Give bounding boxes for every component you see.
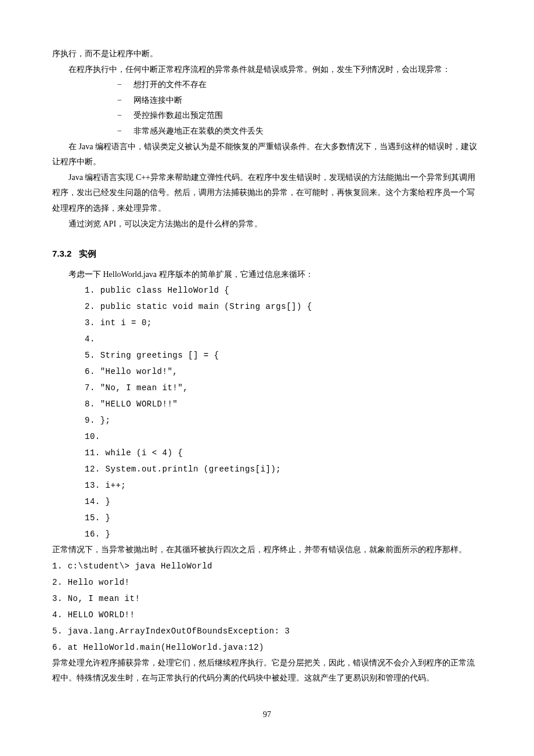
code-line: 10. xyxy=(52,429,482,445)
code-line: 5. java.lang.ArrayIndexOutOfBoundsExcept… xyxy=(52,623,482,639)
bullet-item: −网络连接中断 xyxy=(52,93,482,109)
bullet-item: −想打开的文件不存在 xyxy=(52,77,482,93)
bullet-text: 非常感兴趣地正在装载的类文件丢失 xyxy=(134,127,264,135)
section-title: 实例 xyxy=(79,249,96,258)
dash-icon: − xyxy=(117,77,134,93)
bullet-text: 受控操作数超出预定范围 xyxy=(134,111,223,120)
code-line: 1. c:\student\> java HelloWorld xyxy=(52,558,482,574)
code-line: 13. i++; xyxy=(52,477,482,494)
code-line: 4. HELLO WORLD!! xyxy=(52,607,482,623)
code-line: 2. Hello world! xyxy=(52,574,482,591)
code-line: 14. } xyxy=(52,494,482,510)
code-block-output: 1. c:\student\> java HelloWorld 2. Hello… xyxy=(52,558,482,656)
code-line: 15. } xyxy=(52,510,482,526)
paragraph-normal-case: 正常情况下，当异常被抛出时，在其循环被执行四次之后，程序终止，并带有错误信息，就… xyxy=(52,542,482,558)
paragraph-exception-handling: 异常处理允许程序捕获异常，处理它们，然后继续程序执行。它是分层把关，因此，错误情… xyxy=(52,656,482,686)
page-number: 97 xyxy=(52,707,482,723)
paragraph-example-intro: 考虑一下 HelloWorld.java 程序版本的简单扩展，它通过信息来循环： xyxy=(52,267,482,283)
code-line: 7. "No, I mean it!", xyxy=(52,380,482,396)
code-line: 5. String greetings [] = { xyxy=(52,347,482,363)
bullet-text: 网络连接中断 xyxy=(134,96,182,105)
code-line: 4. xyxy=(52,331,482,347)
code-line: 1. public class HelloWorld { xyxy=(52,282,482,298)
code-block-helloworld: 1. public class HelloWorld { 2. public s… xyxy=(52,282,482,542)
code-line: 11. while (i < 4) { xyxy=(52,445,482,461)
dash-icon: − xyxy=(117,124,134,139)
section-heading: 7.3.2 实例 xyxy=(52,246,482,262)
paragraph-java-errors: 在 Java 编程语言中，错误类定义被认为是不能恢复的严重错误条件。在大多数情况… xyxy=(52,139,482,170)
code-line: 2. public static void main (String args[… xyxy=(52,298,482,315)
dash-icon: − xyxy=(117,108,134,124)
paragraph-intro: 在程序执行中，任何中断正常程序流程的异常条件就是错误或异常。例如，发生下列情况时… xyxy=(52,62,482,78)
dash-icon: − xyxy=(117,93,134,109)
code-line: 6. at HelloWorld.main(HelloWorld.java:12… xyxy=(52,639,482,656)
paragraph-api: 通过浏览 API，可以决定方法抛出的是什么样的异常。 xyxy=(52,217,482,232)
code-line: 12. System.out.println (greetings[i]); xyxy=(52,461,482,477)
bullet-text: 想打开的文件不存在 xyxy=(134,80,207,89)
section-number: 7.3.2 xyxy=(52,249,71,258)
paragraph-java-exceptions: Java 编程语言实现 C++异常来帮助建立弹性代码。在程序中发生错误时，发现错… xyxy=(52,170,482,217)
code-line: 3. No, I mean it! xyxy=(52,591,482,607)
bullet-item: −非常感兴趣地正在装载的类文件丢失 xyxy=(52,124,482,139)
paragraph-continuation: 序执行，而不是让程序中断。 xyxy=(52,46,482,62)
code-line: 16. } xyxy=(52,526,482,542)
code-line: 8. "HELLO WORLD!!" xyxy=(52,396,482,412)
bullet-item: −受控操作数超出预定范围 xyxy=(52,108,482,124)
code-line: 3. int i = 0; xyxy=(52,315,482,331)
code-line: 6. "Hello world!", xyxy=(52,363,482,380)
code-line: 9. }; xyxy=(52,412,482,429)
